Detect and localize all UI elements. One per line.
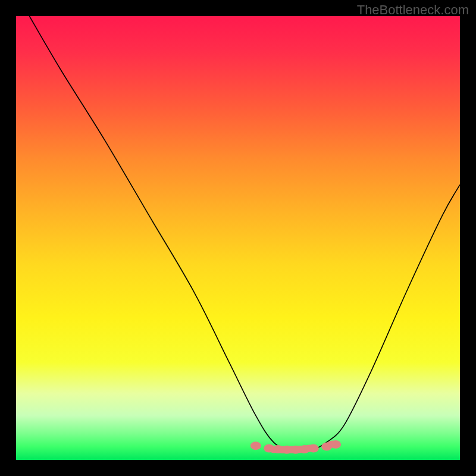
watermark-text: TheBottleneck.com bbox=[357, 2, 469, 18]
chart-curve bbox=[29, 16, 460, 452]
chart-marker bbox=[308, 444, 319, 453]
chart-plot-area bbox=[16, 16, 460, 460]
chart-marker bbox=[330, 440, 341, 449]
chart-svg bbox=[16, 16, 460, 460]
chart-marker bbox=[250, 441, 261, 450]
